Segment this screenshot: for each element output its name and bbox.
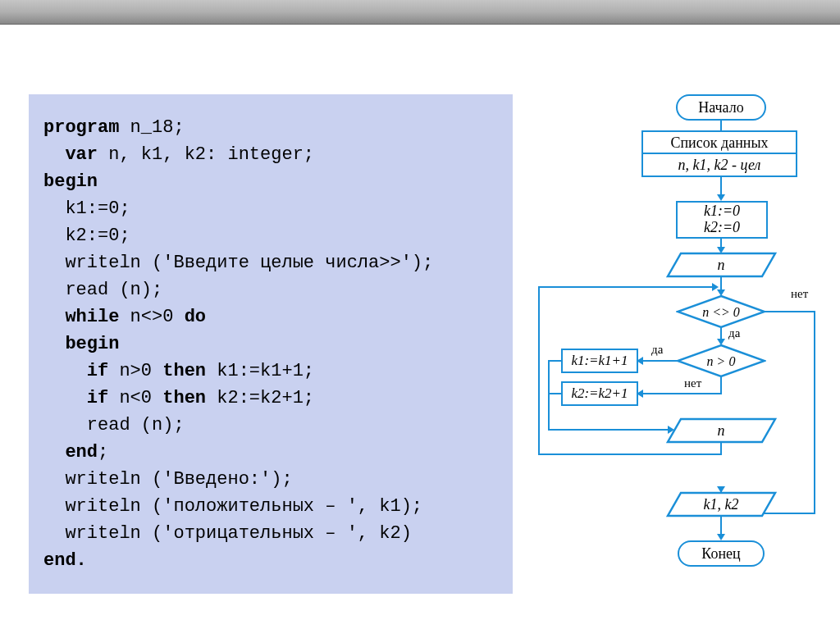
label-no-1: нет bbox=[791, 287, 808, 301]
fc-output: k1, k2 bbox=[666, 491, 777, 517]
fc-init-k1: k1:=0 bbox=[704, 203, 740, 220]
line bbox=[641, 393, 722, 394]
fc-cond1: n <> 0 bbox=[676, 294, 766, 329]
label-yes-1: да bbox=[728, 326, 740, 340]
fc-end-label: Конец bbox=[701, 545, 740, 563]
line bbox=[641, 360, 678, 362]
line bbox=[548, 360, 550, 431]
line bbox=[765, 311, 815, 312]
line bbox=[720, 121, 722, 130]
line bbox=[548, 429, 673, 431]
fc-start-label: Начало bbox=[698, 99, 743, 116]
line bbox=[814, 311, 815, 514]
label-yes-2: да bbox=[651, 343, 663, 357]
line bbox=[720, 177, 722, 195]
arrow bbox=[717, 194, 725, 201]
svg-text:n > 0: n > 0 bbox=[707, 354, 736, 368]
flowchart: Начало Список данных n, k1, k2 - цел k1:… bbox=[536, 94, 832, 619]
fc-cond2: n > 0 bbox=[676, 344, 766, 378]
fc-k2-label: k2:=k2+1 bbox=[571, 385, 628, 402]
line bbox=[720, 376, 722, 393]
fc-init: k1:=0 k2:=0 bbox=[676, 201, 768, 239]
fc-input-n-loop: n bbox=[666, 417, 777, 444]
svg-text:n <> 0: n <> 0 bbox=[702, 305, 740, 319]
line bbox=[548, 393, 563, 394]
line bbox=[538, 286, 540, 455]
svg-text:n: n bbox=[718, 257, 725, 273]
line bbox=[538, 454, 722, 455]
label-no-2: нет bbox=[684, 376, 701, 390]
line bbox=[538, 286, 715, 288]
arrow bbox=[712, 283, 719, 291]
fc-list-header: Список данных bbox=[641, 130, 797, 155]
fc-k1-label: k1:=k1+1 bbox=[571, 353, 628, 369]
svg-text:n: n bbox=[718, 422, 725, 439]
svg-text:k1, k2: k1, k2 bbox=[704, 496, 739, 513]
code-panel: program n_18; var n, k1, k2: integer; be… bbox=[29, 94, 513, 594]
fc-k2: k2:=k2+1 bbox=[561, 381, 638, 406]
fc-vars-label: n, k1, k2 - цел bbox=[678, 157, 761, 174]
fc-end: Конец bbox=[678, 540, 765, 567]
code-block: program n_18; var n, k1, k2: integer; be… bbox=[43, 114, 498, 574]
top-bar bbox=[0, 0, 840, 25]
fc-list-label: Список данных bbox=[670, 134, 768, 152]
line bbox=[548, 360, 563, 362]
fc-init-k2: k2:=0 bbox=[704, 220, 740, 236]
fc-vars: n, k1, k2 - цел bbox=[641, 153, 797, 177]
arrow bbox=[717, 534, 725, 540]
fc-start: Начало bbox=[676, 94, 766, 121]
fc-input-n: n bbox=[666, 252, 777, 278]
fc-k1: k1:=k1+1 bbox=[561, 349, 638, 373]
